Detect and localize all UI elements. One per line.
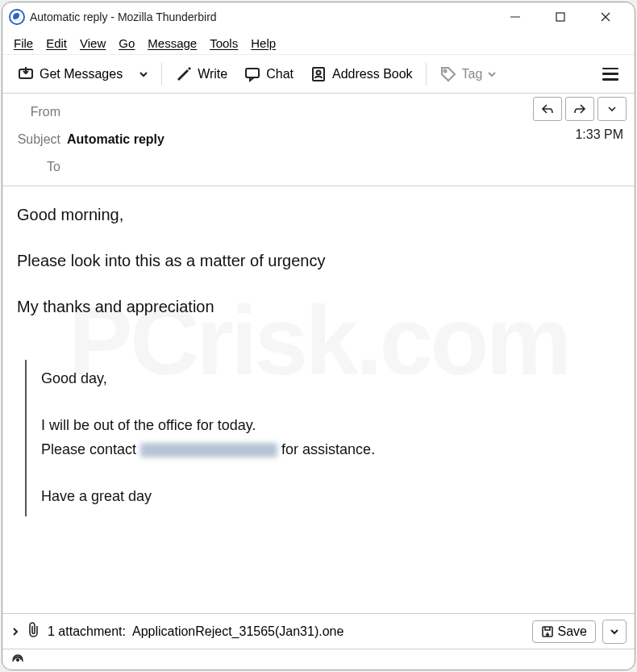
- tag-icon: [439, 65, 457, 83]
- tag-button[interactable]: Tag: [433, 61, 504, 88]
- body-line: Please look into this as a matter of urg…: [17, 248, 620, 273]
- save-icon: [541, 625, 554, 638]
- svg-point-10: [17, 658, 19, 661]
- body-line: My thanks and appreciation: [17, 294, 620, 319]
- address-book-icon: [310, 65, 327, 83]
- chat-icon: [244, 65, 261, 83]
- message-headers: From Subject Automatic reply To 1:33 PM: [2, 94, 635, 186]
- chat-label: Chat: [266, 67, 294, 81]
- quote-line: Good day,: [41, 368, 620, 390]
- quote-line: Have a great day: [41, 486, 620, 508]
- menu-tools[interactable]: Tools: [210, 36, 238, 50]
- menu-message[interactable]: Message: [148, 36, 197, 50]
- menu-go[interactable]: Go: [119, 36, 135, 50]
- chevron-right-icon[interactable]: [10, 627, 20, 637]
- toolbar: Get Messages Write Chat Address Book Tag: [2, 54, 635, 93]
- write-label: Write: [198, 67, 227, 81]
- get-messages-label: Get Messages: [40, 67, 123, 81]
- save-dropdown-button[interactable]: [602, 620, 627, 644]
- quoted-message: Good day, I will be out of the office fo…: [25, 360, 620, 516]
- svg-point-8: [443, 69, 446, 72]
- menu-help[interactable]: Help: [251, 36, 276, 50]
- body-line: Good morning,: [17, 202, 620, 227]
- tag-label: Tag: [462, 67, 483, 81]
- quote-line: Please contact for assistance.: [41, 439, 620, 461]
- separator: [161, 63, 162, 86]
- maximize-button[interactable]: [538, 2, 583, 31]
- minimize-button[interactable]: [493, 2, 538, 31]
- message-time: 1:33 PM: [575, 127, 623, 142]
- get-messages-button[interactable]: Get Messages: [10, 61, 129, 88]
- menu-edit[interactable]: Edit: [46, 36, 67, 50]
- titlebar: Automatic reply - Mozilla Thunderbird: [2, 2, 635, 31]
- app-window: Automatic reply - Mozilla Thunderbird Fi…: [2, 2, 635, 670]
- get-messages-dropdown[interactable]: [132, 65, 155, 84]
- thunderbird-icon: [9, 9, 25, 25]
- attachment-count: 1 attachment:: [48, 624, 126, 639]
- redacted-contact: [140, 443, 277, 457]
- message-body: Good morning, Please look into this as a…: [2, 186, 635, 613]
- svg-point-7: [317, 70, 321, 74]
- quote-line: I will be out of the office for today.: [41, 415, 620, 437]
- menu-file[interactable]: File: [14, 36, 33, 50]
- save-label: Save: [558, 624, 587, 639]
- separator: [426, 63, 427, 86]
- write-button[interactable]: Write: [169, 61, 234, 88]
- save-attachment-button[interactable]: Save: [532, 620, 596, 643]
- subject-label: Subject: [10, 132, 67, 147]
- menubar: File Edit View Go Message Tools Help: [2, 31, 635, 54]
- window-title: Automatic reply - Mozilla Thunderbird: [30, 10, 217, 23]
- activity-icon: [10, 653, 25, 667]
- app-menu-button[interactable]: [602, 68, 618, 81]
- paperclip-icon: [27, 622, 41, 641]
- close-button[interactable]: [583, 2, 628, 31]
- pencil-icon: [175, 65, 193, 83]
- attachment-filename[interactable]: ApplicationReject_31565(Jan31).one: [132, 624, 343, 639]
- address-book-button[interactable]: Address Book: [303, 61, 419, 88]
- subject-value: Automatic reply: [67, 132, 164, 147]
- reply-button[interactable]: [533, 97, 562, 121]
- svg-rect-1: [556, 13, 564, 21]
- chat-button[interactable]: Chat: [237, 61, 300, 88]
- status-bar: [2, 649, 635, 670]
- from-label: From: [10, 105, 67, 119]
- menu-view[interactable]: View: [80, 36, 106, 50]
- address-book-label: Address Book: [332, 67, 413, 81]
- download-icon: [17, 65, 35, 83]
- svg-rect-5: [246, 69, 259, 77]
- to-label: To: [10, 160, 67, 174]
- attachment-bar: 1 attachment: ApplicationReject_31565(Ja…: [2, 613, 635, 649]
- forward-button[interactable]: [565, 97, 594, 121]
- more-actions-button[interactable]: [597, 97, 627, 121]
